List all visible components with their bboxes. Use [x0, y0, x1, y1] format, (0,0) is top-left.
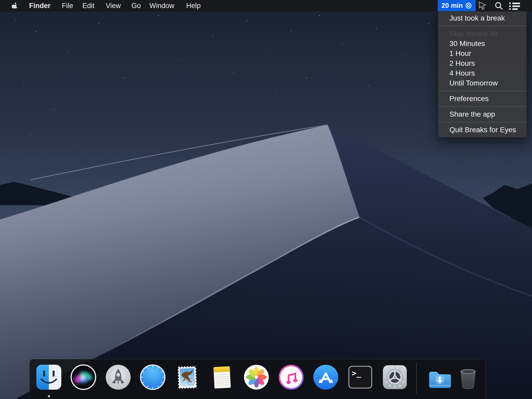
menu-separator	[438, 122, 527, 122]
spotlight-search-icon[interactable]	[494, 1, 503, 10]
menubar-menu-window[interactable]: Window	[149, 0, 174, 11]
menu-item-1-hour[interactable]: 1 Hour	[438, 49, 527, 58]
menu-separator	[438, 26, 527, 26]
menu-item-until-tomorrow[interactable]: Until Tomorrow	[438, 78, 527, 88]
menu-bar: Finder File Edit View Go Window Help 20 …	[0, 0, 532, 11]
dock-finder-icon[interactable]	[35, 364, 62, 391]
menubar-menu-view[interactable]: View	[106, 0, 121, 11]
menubar-menu-file[interactable]: File	[62, 0, 73, 11]
menu-item-quit-breaks-for-eyes[interactable]: Quit Breaks for Eyes	[438, 125, 527, 135]
svg-text:>_: >_	[352, 369, 361, 378]
dock-safari-icon[interactable]	[139, 364, 166, 391]
menubar-menu-edit[interactable]: Edit	[82, 0, 95, 11]
break-timer-menu: Just took a break Skip breaks for 30 Min…	[438, 11, 527, 137]
finder-running-indicator	[48, 395, 50, 397]
notification-center-icon[interactable]	[509, 2, 521, 11]
dock-mail-icon[interactable]	[174, 364, 201, 391]
dock-launchpad-icon[interactable]	[105, 364, 132, 391]
menu-item-30-minutes[interactable]: 30 Minutes	[438, 39, 527, 49]
dock-app-store-icon[interactable]	[312, 364, 339, 391]
dock-downloads-folder-icon[interactable]	[425, 364, 453, 391]
menu-item-skip-breaks-for: Skip breaks for	[438, 29, 527, 39]
dock-photos-icon[interactable]	[243, 364, 270, 391]
cursor-camera-icon[interactable]	[477, 1, 487, 10]
break-timer-status-item[interactable]: 20 min	[438, 0, 476, 11]
menu-separator	[438, 91, 527, 91]
dock-terminal-icon[interactable]: >_	[347, 364, 374, 391]
menu-item-2-hours[interactable]: 2 Hours	[438, 58, 527, 68]
break-timer-label: 20 min	[441, 2, 463, 10]
apple-menu-icon[interactable]	[11, 2, 18, 10]
dock-separator	[416, 363, 417, 394]
desktop: Finder File Edit View Go Window Help 20 …	[0, 0, 532, 399]
dock-itunes-icon[interactable]	[278, 364, 305, 391]
menu-item-share-the-app[interactable]: Share the app	[438, 109, 527, 119]
menu-separator	[438, 106, 527, 107]
dock-notes-icon[interactable]	[208, 364, 235, 391]
menu-item-4-hours[interactable]: 4 Hours	[438, 68, 527, 78]
menubar-menu-go[interactable]: Go	[131, 0, 141, 11]
eye-icon	[465, 2, 472, 9]
dock-siri-icon[interactable]	[70, 364, 97, 391]
menubar-menu-help[interactable]: Help	[186, 0, 201, 11]
dock-system-preferences-icon[interactable]	[381, 364, 408, 391]
menubar-app-menu-finder[interactable]: Finder	[29, 0, 51, 11]
menu-item-just-took-a-break[interactable]: Just took a break	[438, 13, 527, 23]
menu-item-preferences[interactable]: Preferences	[438, 94, 527, 104]
dock-trash-icon[interactable]	[455, 364, 482, 391]
